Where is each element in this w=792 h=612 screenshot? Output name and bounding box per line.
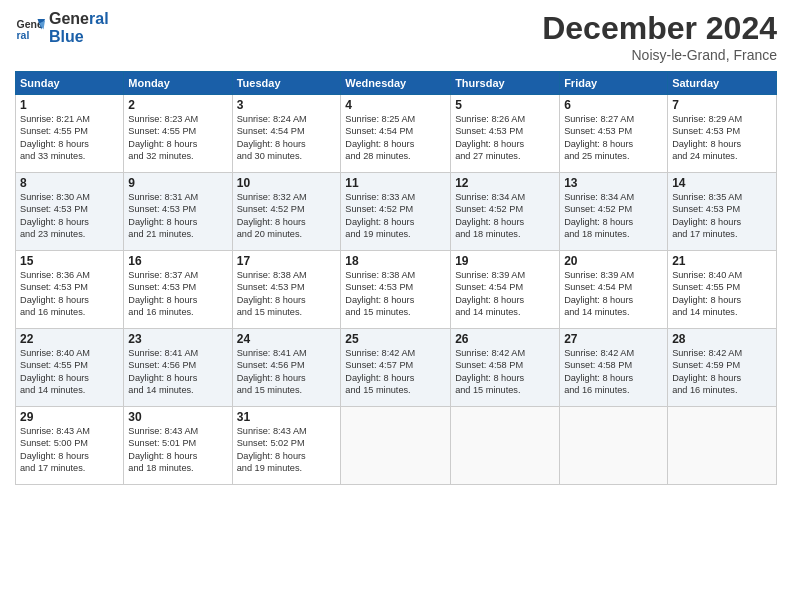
calendar-cell: 14Sunrise: 8:35 AMSunset: 4:53 PMDayligh… bbox=[668, 173, 777, 251]
calendar-cell: 16Sunrise: 8:37 AMSunset: 4:53 PMDayligh… bbox=[124, 251, 232, 329]
day-header-friday: Friday bbox=[560, 72, 668, 95]
calendar-cell: 29Sunrise: 8:43 AMSunset: 5:00 PMDayligh… bbox=[16, 407, 124, 485]
calendar-cell: 30Sunrise: 8:43 AMSunset: 5:01 PMDayligh… bbox=[124, 407, 232, 485]
calendar-cell: 31Sunrise: 8:43 AMSunset: 5:02 PMDayligh… bbox=[232, 407, 341, 485]
day-info: Sunrise: 8:34 AMSunset: 4:52 PMDaylight:… bbox=[564, 191, 663, 241]
logo-icon: Gene ral bbox=[15, 13, 45, 43]
logo-text-blue: Blue bbox=[49, 28, 109, 46]
day-number: 22 bbox=[20, 332, 119, 346]
calendar-cell: 6Sunrise: 8:27 AMSunset: 4:53 PMDaylight… bbox=[560, 95, 668, 173]
day-number: 11 bbox=[345, 176, 446, 190]
day-info: Sunrise: 8:42 AMSunset: 4:58 PMDaylight:… bbox=[564, 347, 663, 397]
calendar-cell: 13Sunrise: 8:34 AMSunset: 4:52 PMDayligh… bbox=[560, 173, 668, 251]
calendar-cell bbox=[668, 407, 777, 485]
day-info: Sunrise: 8:41 AMSunset: 4:56 PMDaylight:… bbox=[237, 347, 337, 397]
calendar-cell: 12Sunrise: 8:34 AMSunset: 4:52 PMDayligh… bbox=[451, 173, 560, 251]
day-info: Sunrise: 8:40 AMSunset: 4:55 PMDaylight:… bbox=[672, 269, 772, 319]
page-header: Gene ral General Blue December 2024 Nois… bbox=[15, 10, 777, 63]
day-number: 8 bbox=[20, 176, 119, 190]
day-number: 14 bbox=[672, 176, 772, 190]
day-number: 16 bbox=[128, 254, 227, 268]
calendar-header-row: SundayMondayTuesdayWednesdayThursdayFrid… bbox=[16, 72, 777, 95]
calendar-cell: 17Sunrise: 8:38 AMSunset: 4:53 PMDayligh… bbox=[232, 251, 341, 329]
day-info: Sunrise: 8:40 AMSunset: 4:55 PMDaylight:… bbox=[20, 347, 119, 397]
svg-text:ral: ral bbox=[17, 28, 30, 40]
calendar-cell bbox=[451, 407, 560, 485]
day-number: 6 bbox=[564, 98, 663, 112]
calendar-cell: 23Sunrise: 8:41 AMSunset: 4:56 PMDayligh… bbox=[124, 329, 232, 407]
day-number: 7 bbox=[672, 98, 772, 112]
calendar-cell: 15Sunrise: 8:36 AMSunset: 4:53 PMDayligh… bbox=[16, 251, 124, 329]
day-number: 10 bbox=[237, 176, 337, 190]
calendar-table: SundayMondayTuesdayWednesdayThursdayFrid… bbox=[15, 71, 777, 485]
day-info: Sunrise: 8:38 AMSunset: 4:53 PMDaylight:… bbox=[237, 269, 337, 319]
day-number: 9 bbox=[128, 176, 227, 190]
day-info: Sunrise: 8:34 AMSunset: 4:52 PMDaylight:… bbox=[455, 191, 555, 241]
day-info: Sunrise: 8:43 AMSunset: 5:00 PMDaylight:… bbox=[20, 425, 119, 475]
logo-text-general: General bbox=[49, 10, 109, 28]
day-number: 24 bbox=[237, 332, 337, 346]
day-info: Sunrise: 8:25 AMSunset: 4:54 PMDaylight:… bbox=[345, 113, 446, 163]
day-info: Sunrise: 8:43 AMSunset: 5:01 PMDaylight:… bbox=[128, 425, 227, 475]
day-number: 27 bbox=[564, 332, 663, 346]
calendar-week-1: 1Sunrise: 8:21 AMSunset: 4:55 PMDaylight… bbox=[16, 95, 777, 173]
calendar-cell bbox=[560, 407, 668, 485]
day-info: Sunrise: 8:41 AMSunset: 4:56 PMDaylight:… bbox=[128, 347, 227, 397]
day-number: 25 bbox=[345, 332, 446, 346]
calendar-cell: 11Sunrise: 8:33 AMSunset: 4:52 PMDayligh… bbox=[341, 173, 451, 251]
month-title: December 2024 bbox=[542, 10, 777, 47]
day-header-saturday: Saturday bbox=[668, 72, 777, 95]
calendar-cell: 2Sunrise: 8:23 AMSunset: 4:55 PMDaylight… bbox=[124, 95, 232, 173]
day-number: 15 bbox=[20, 254, 119, 268]
calendar-cell: 8Sunrise: 8:30 AMSunset: 4:53 PMDaylight… bbox=[16, 173, 124, 251]
calendar-page: Gene ral General Blue December 2024 Nois… bbox=[0, 0, 792, 612]
day-number: 2 bbox=[128, 98, 227, 112]
calendar-cell: 5Sunrise: 8:26 AMSunset: 4:53 PMDaylight… bbox=[451, 95, 560, 173]
day-info: Sunrise: 8:32 AMSunset: 4:52 PMDaylight:… bbox=[237, 191, 337, 241]
calendar-cell: 20Sunrise: 8:39 AMSunset: 4:54 PMDayligh… bbox=[560, 251, 668, 329]
day-number: 31 bbox=[237, 410, 337, 424]
calendar-cell: 19Sunrise: 8:39 AMSunset: 4:54 PMDayligh… bbox=[451, 251, 560, 329]
day-info: Sunrise: 8:26 AMSunset: 4:53 PMDaylight:… bbox=[455, 113, 555, 163]
day-number: 5 bbox=[455, 98, 555, 112]
calendar-cell: 26Sunrise: 8:42 AMSunset: 4:58 PMDayligh… bbox=[451, 329, 560, 407]
day-header-monday: Monday bbox=[124, 72, 232, 95]
day-info: Sunrise: 8:42 AMSunset: 4:59 PMDaylight:… bbox=[672, 347, 772, 397]
title-block: December 2024 Noisy-le-Grand, France bbox=[542, 10, 777, 63]
location: Noisy-le-Grand, France bbox=[542, 47, 777, 63]
day-number: 19 bbox=[455, 254, 555, 268]
calendar-cell bbox=[341, 407, 451, 485]
logo: Gene ral General Blue bbox=[15, 10, 109, 45]
day-info: Sunrise: 8:27 AMSunset: 4:53 PMDaylight:… bbox=[564, 113, 663, 163]
day-info: Sunrise: 8:33 AMSunset: 4:52 PMDaylight:… bbox=[345, 191, 446, 241]
calendar-cell: 7Sunrise: 8:29 AMSunset: 4:53 PMDaylight… bbox=[668, 95, 777, 173]
day-info: Sunrise: 8:31 AMSunset: 4:53 PMDaylight:… bbox=[128, 191, 227, 241]
calendar-cell: 3Sunrise: 8:24 AMSunset: 4:54 PMDaylight… bbox=[232, 95, 341, 173]
day-info: Sunrise: 8:23 AMSunset: 4:55 PMDaylight:… bbox=[128, 113, 227, 163]
day-info: Sunrise: 8:43 AMSunset: 5:02 PMDaylight:… bbox=[237, 425, 337, 475]
day-info: Sunrise: 8:24 AMSunset: 4:54 PMDaylight:… bbox=[237, 113, 337, 163]
calendar-week-5: 29Sunrise: 8:43 AMSunset: 5:00 PMDayligh… bbox=[16, 407, 777, 485]
day-info: Sunrise: 8:37 AMSunset: 4:53 PMDaylight:… bbox=[128, 269, 227, 319]
day-number: 4 bbox=[345, 98, 446, 112]
day-info: Sunrise: 8:29 AMSunset: 4:53 PMDaylight:… bbox=[672, 113, 772, 163]
day-info: Sunrise: 8:39 AMSunset: 4:54 PMDaylight:… bbox=[455, 269, 555, 319]
day-info: Sunrise: 8:21 AMSunset: 4:55 PMDaylight:… bbox=[20, 113, 119, 163]
calendar-cell: 21Sunrise: 8:40 AMSunset: 4:55 PMDayligh… bbox=[668, 251, 777, 329]
calendar-cell: 24Sunrise: 8:41 AMSunset: 4:56 PMDayligh… bbox=[232, 329, 341, 407]
day-info: Sunrise: 8:36 AMSunset: 4:53 PMDaylight:… bbox=[20, 269, 119, 319]
calendar-cell: 10Sunrise: 8:32 AMSunset: 4:52 PMDayligh… bbox=[232, 173, 341, 251]
day-number: 3 bbox=[237, 98, 337, 112]
day-number: 28 bbox=[672, 332, 772, 346]
calendar-cell: 1Sunrise: 8:21 AMSunset: 4:55 PMDaylight… bbox=[16, 95, 124, 173]
day-info: Sunrise: 8:30 AMSunset: 4:53 PMDaylight:… bbox=[20, 191, 119, 241]
calendar-cell: 25Sunrise: 8:42 AMSunset: 4:57 PMDayligh… bbox=[341, 329, 451, 407]
calendar-cell: 9Sunrise: 8:31 AMSunset: 4:53 PMDaylight… bbox=[124, 173, 232, 251]
calendar-cell: 28Sunrise: 8:42 AMSunset: 4:59 PMDayligh… bbox=[668, 329, 777, 407]
day-number: 20 bbox=[564, 254, 663, 268]
day-number: 17 bbox=[237, 254, 337, 268]
day-info: Sunrise: 8:42 AMSunset: 4:57 PMDaylight:… bbox=[345, 347, 446, 397]
day-header-wednesday: Wednesday bbox=[341, 72, 451, 95]
day-header-thursday: Thursday bbox=[451, 72, 560, 95]
day-header-tuesday: Tuesday bbox=[232, 72, 341, 95]
